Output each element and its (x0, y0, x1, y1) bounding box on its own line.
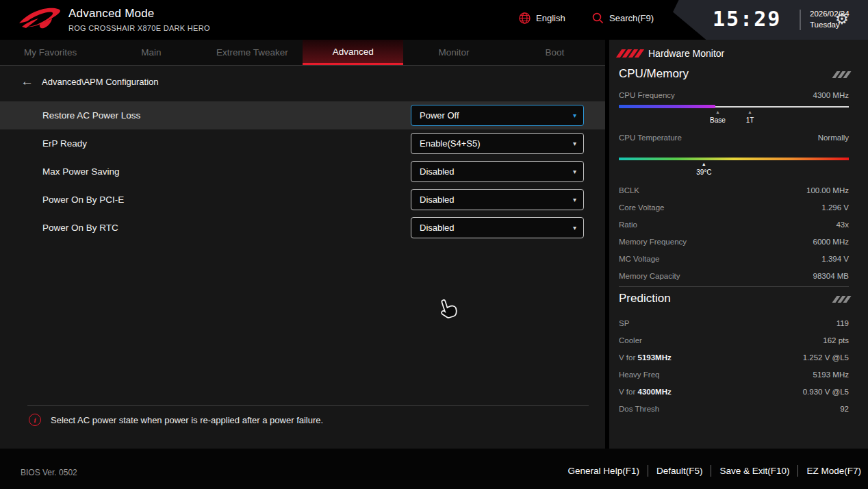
clock-panel: 15:29 2026/02/24 Tuesday ⚙ (673, 0, 868, 40)
triangle-up-icon: ▲ (715, 109, 720, 116)
search-button[interactable]: Search(F9) (592, 12, 654, 24)
tab-main[interactable]: Main (101, 40, 201, 65)
breadcrumb: ← Advanced\APM Configuration (21, 75, 159, 88)
stat-row-mc-voltage: MC Voltage 1.394 V (619, 255, 849, 268)
stat-row-memory-frequency: Memory Frequency 6000 MHz (619, 238, 849, 251)
stat-label: CPU Frequency (619, 91, 675, 99)
prediction-heading: Prediction (619, 292, 671, 305)
mode-title: Advanced Mode (68, 7, 210, 21)
footer-separator (711, 465, 711, 477)
stat-row-ratio: Ratio 43x (619, 221, 849, 234)
setting-label: Restore AC Power Loss (42, 101, 140, 129)
timing-marker: ▲ 1T (746, 109, 754, 124)
language-label: English (536, 13, 565, 23)
clock-time: 15:29 (713, 7, 781, 31)
setting-row-restore-ac-power-loss[interactable]: Restore AC Power Loss Power Off ▾ (0, 101, 605, 129)
setting-row-erp-ready[interactable]: ErP Ready Enable(S4+S5) ▾ (0, 129, 605, 158)
bios-advanced-mode-screen: Advanced Mode ROG CROSSHAIR X870E DARK H… (0, 0, 868, 489)
chevron-down-icon: ▾ (573, 112, 576, 119)
search-icon (592, 12, 604, 24)
stat-value: Normally (818, 134, 849, 142)
help-divider (27, 405, 589, 406)
tab-monitor[interactable]: Monitor (403, 40, 504, 65)
globe-icon (519, 12, 531, 24)
footer-separator (648, 465, 648, 477)
stat-row-cooler: Cooler 162 pts (619, 336, 849, 350)
setting-dropdown[interactable]: Enable(S4+S5) ▾ (411, 133, 584, 154)
setting-label: Max Power Saving (42, 158, 120, 186)
tab-extreme-tweaker[interactable]: Extreme Tweaker (202, 40, 303, 65)
setting-dropdown[interactable]: Disabled ▾ (411, 189, 584, 210)
stat-row-bclk: BCLK 100.00 MHz (619, 186, 849, 200)
bar-track (619, 158, 849, 160)
ez-mode-button[interactable]: EZ Mode(F7) (806, 466, 861, 476)
language-selector[interactable]: English (519, 12, 565, 24)
triangle-up-icon: ▲ (702, 161, 706, 168)
general-help-button[interactable]: General Help(F1) (568, 466, 639, 476)
dropdown-value: Disabled (420, 166, 455, 177)
clock-separator (800, 10, 801, 30)
red-stripes-icon (619, 49, 641, 58)
main-menu-tabs: My Favorites Main Extreme Tweaker Advanc… (0, 40, 605, 66)
stat-label: CPU Temperature (619, 134, 682, 142)
stat-row-core-voltage: Core Voltage 1.296 V (619, 203, 849, 217)
tab-my-favorites[interactable]: My Favorites (0, 40, 101, 65)
hardware-monitor-panel: Hardware Monitor CPU/Memory CPU Frequenc… (609, 40, 868, 449)
cpu-frequency-bar: ▲ Base ▲ 1T (619, 105, 849, 108)
tab-advanced[interactable]: Advanced (303, 40, 403, 65)
setting-row-power-on-by-pcie[interactable]: Power On By PCI-E Disabled ▾ (0, 186, 605, 214)
info-icon: i (29, 414, 41, 426)
setting-label: ErP Ready (42, 129, 87, 158)
section-divider (619, 286, 849, 287)
header-bar: Advanced Mode ROG CROSSHAIR X870E DARK H… (0, 0, 868, 40)
default-button[interactable]: Default(F5) (656, 466, 703, 476)
function-key-actions: General Help(F1) Default(F5) Save & Exit… (568, 465, 861, 477)
dropdown-value: Power Off (420, 110, 459, 121)
hardware-monitor-title: Hardware Monitor (648, 48, 724, 59)
breadcrumb-path: Advanced\APM Configuration (42, 77, 159, 87)
stat-row-memory-capacity: Memory Capacity 98304 MB (619, 272, 849, 286)
cpu-temperature-row: CPU Temperature Normally (619, 134, 849, 147)
footer-bar: BIOS Ver. 0502 General Help(F1) Default(… (0, 449, 868, 489)
base-marker: ▲ Base (710, 109, 726, 124)
setting-dropdown[interactable]: Disabled ▾ (411, 161, 584, 182)
setting-label: Power On By RTC (42, 214, 118, 242)
dropdown-value: Disabled (420, 223, 455, 233)
chevron-down-icon: ▾ (573, 196, 576, 203)
chevron-down-icon: ▾ (573, 224, 576, 231)
stat-row-dos-thresh: Dos Thresh 92 (619, 405, 849, 418)
stat-row-sp: SP 119 (619, 319, 849, 333)
stat-row-v-for-5193: V for 5193MHz 1.252 V @L5 (619, 353, 849, 367)
hardware-monitor-header: Hardware Monitor (619, 48, 724, 59)
dropdown-value: Disabled (420, 195, 455, 205)
help-row: i Select AC power state when power is re… (29, 414, 323, 426)
save-exit-button[interactable]: Save & Exit(F10) (719, 466, 789, 476)
bios-version: BIOS Ver. 0502 (21, 468, 77, 477)
tab-boot[interactable]: Boot (505, 40, 605, 65)
cpu-frequency-row: CPU Frequency 4300 MHz (619, 91, 849, 105)
footer-separator (797, 465, 798, 477)
setting-dropdown[interactable]: Disabled ▾ (411, 217, 584, 238)
section-stripes-icon (834, 71, 849, 78)
cpu-memory-heading: CPU/Memory (619, 67, 689, 81)
rog-logo-icon (18, 4, 62, 36)
cpu-temperature-bar: ▲ 39°C (619, 158, 849, 161)
setting-row-power-on-by-rtc[interactable]: Power On By RTC Disabled ▾ (0, 214, 605, 242)
back-arrow-icon[interactable]: ← (21, 75, 34, 88)
stat-row-heavy-freq: Heavy Freq 5193 MHz (619, 371, 849, 384)
settings-page: ← Advanced\APM Configuration Restore AC … (0, 66, 605, 449)
setting-row-max-power-saving[interactable]: Max Power Saving Disabled ▾ (0, 158, 605, 186)
bar-fill (619, 105, 715, 108)
motherboard-model: ROG CROSSHAIR X870E DARK HERO (68, 24, 210, 32)
stat-value: 4300 MHz (813, 91, 849, 99)
dropdown-value: Enable(S4+S5) (420, 138, 481, 149)
section-stripes-icon (834, 296, 849, 303)
stat-row-v-for-4300: V for 4300MHz 0.930 V @L5 (619, 388, 849, 401)
setting-label: Power On By PCI-E (42, 186, 124, 214)
triangle-up-icon: ▲ (748, 109, 752, 116)
help-text: Select AC power state when power is re-a… (51, 415, 323, 425)
gear-icon[interactable]: ⚙ (835, 9, 849, 29)
setting-dropdown[interactable]: Power Off ▾ (411, 105, 584, 126)
search-label: Search(F9) (609, 13, 654, 23)
temperature-marker: ▲ 39°C (696, 161, 711, 176)
